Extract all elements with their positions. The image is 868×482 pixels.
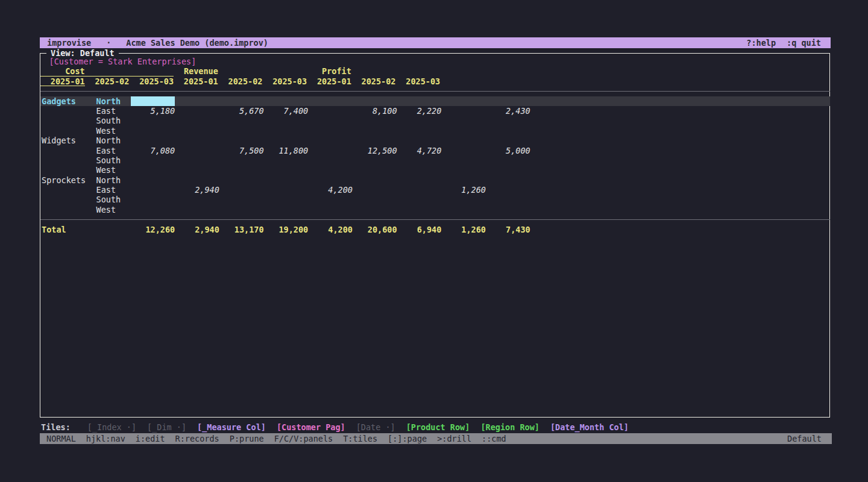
tile-customerpag[interactable]: [Customer Pag] xyxy=(277,422,345,433)
cell[interactable]: 12,500 xyxy=(353,146,397,155)
cell[interactable] xyxy=(353,185,397,195)
region-label[interactable]: West xyxy=(96,126,131,136)
cell[interactable] xyxy=(175,205,219,214)
region-label[interactable]: West xyxy=(96,165,131,175)
cell[interactable] xyxy=(308,106,353,116)
cell[interactable] xyxy=(441,165,486,175)
cell[interactable] xyxy=(131,116,175,125)
cell[interactable] xyxy=(353,116,397,125)
region-label[interactable]: East xyxy=(96,146,131,155)
cell[interactable] xyxy=(397,185,442,195)
product-label[interactable] xyxy=(40,116,96,125)
cell[interactable] xyxy=(175,175,219,185)
cell[interactable] xyxy=(175,165,219,175)
cell[interactable] xyxy=(264,136,309,145)
cell[interactable] xyxy=(441,175,486,185)
cell[interactable] xyxy=(219,165,264,175)
column-header-8[interactable]: 2025-03 xyxy=(396,77,441,86)
cell[interactable] xyxy=(131,155,175,165)
cell[interactable] xyxy=(175,146,219,155)
cell[interactable] xyxy=(353,175,397,185)
cell[interactable] xyxy=(397,175,442,185)
cell[interactable] xyxy=(397,195,442,204)
cell[interactable] xyxy=(131,205,175,214)
region-label[interactable]: South xyxy=(96,116,131,125)
selected-cell[interactable] xyxy=(131,96,175,106)
cell[interactable]: 11,800 xyxy=(264,146,309,155)
cell[interactable] xyxy=(308,146,353,155)
cell[interactable] xyxy=(308,205,353,214)
cell[interactable] xyxy=(219,205,264,214)
cell[interactable] xyxy=(353,126,397,136)
cell[interactable] xyxy=(308,136,353,145)
cell[interactable] xyxy=(486,185,530,195)
column-header-7[interactable]: 2025-02 xyxy=(351,77,396,86)
column-header-5[interactable]: 2025-03 xyxy=(262,77,307,86)
tile-productrow[interactable]: [Product Row] xyxy=(406,422,470,433)
cell[interactable] xyxy=(175,126,219,136)
cell[interactable] xyxy=(397,155,442,165)
cell[interactable] xyxy=(308,195,353,204)
cell[interactable] xyxy=(219,126,264,136)
cell[interactable] xyxy=(441,146,486,155)
cell[interactable] xyxy=(441,106,486,116)
cell[interactable] xyxy=(486,175,530,185)
cell[interactable] xyxy=(308,126,353,136)
region-label[interactable]: North xyxy=(96,136,131,145)
cell[interactable] xyxy=(131,136,175,145)
region-label[interactable]: North xyxy=(96,96,131,106)
cell[interactable] xyxy=(219,96,264,106)
region-label[interactable]: East xyxy=(96,185,131,195)
product-label[interactable]: Sprockets xyxy=(40,175,96,185)
product-label[interactable] xyxy=(40,146,96,155)
measure-group-profit[interactable]: Profit xyxy=(307,66,440,76)
cell[interactable] xyxy=(219,136,264,145)
cell[interactable] xyxy=(397,136,442,145)
cell[interactable] xyxy=(486,155,530,165)
cell[interactable] xyxy=(486,96,530,106)
cell[interactable] xyxy=(131,165,175,175)
cell[interactable] xyxy=(264,205,309,214)
product-label[interactable] xyxy=(40,106,96,116)
cell[interactable] xyxy=(175,195,219,204)
cell[interactable] xyxy=(219,116,264,125)
region-label[interactable]: North xyxy=(96,175,131,185)
cell[interactable] xyxy=(175,155,219,165)
cell[interactable]: 1,260 xyxy=(441,185,486,195)
tile-date[interactable]: [Date ·] xyxy=(356,422,395,433)
cell[interactable] xyxy=(264,195,309,204)
cell[interactable] xyxy=(441,126,486,136)
column-header-1[interactable]: 2025-02 xyxy=(85,77,130,86)
column-header-4[interactable]: 2025-02 xyxy=(218,77,263,86)
cell[interactable] xyxy=(219,195,264,204)
cell[interactable]: 8,100 xyxy=(353,106,397,116)
tile-_measurecol[interactable]: [_Measure Col] xyxy=(197,422,266,433)
product-label[interactable]: Widgets xyxy=(40,136,96,145)
cell[interactable] xyxy=(441,195,486,204)
tile-regionrow[interactable]: [Region Row] xyxy=(480,422,539,433)
cell[interactable] xyxy=(219,155,264,165)
product-label[interactable] xyxy=(40,185,96,195)
product-label[interactable] xyxy=(40,205,96,214)
column-header-6[interactable]: 2025-01 xyxy=(307,77,351,86)
tile-_dim[interactable]: [_Dim ·] xyxy=(147,422,186,433)
cell[interactable] xyxy=(264,175,309,185)
product-label[interactable]: Gadgets xyxy=(40,96,96,106)
cell[interactable] xyxy=(264,165,309,175)
product-label[interactable] xyxy=(40,126,96,136)
cell[interactable] xyxy=(175,96,219,106)
cell[interactable] xyxy=(397,96,442,106)
cell[interactable]: 5,670 xyxy=(219,106,264,116)
column-header-3[interactable]: 2025-01 xyxy=(174,77,218,86)
cell[interactable] xyxy=(486,205,530,214)
cell[interactable] xyxy=(353,136,397,145)
tile-_index[interactable]: [_Index ·] xyxy=(87,422,136,433)
customer-page-filter[interactable]: [Customer = Stark Enterprises] xyxy=(40,57,830,66)
product-label[interactable] xyxy=(40,195,96,204)
measure-group-cost[interactable]: Cost xyxy=(40,66,174,76)
cell[interactable] xyxy=(264,96,309,106)
cell[interactable] xyxy=(175,106,219,116)
cell[interactable] xyxy=(308,96,353,106)
cell[interactable] xyxy=(353,155,397,165)
cell[interactable] xyxy=(486,165,530,175)
